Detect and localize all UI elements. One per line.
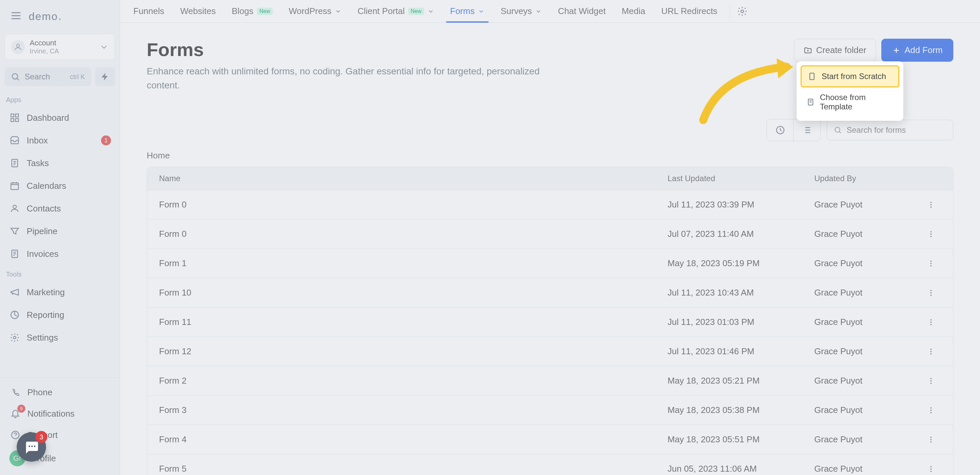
table-row[interactable]: Form 0Jul 11, 2023 03:39 PMGrace Puyot <box>147 190 953 219</box>
svg-point-11 <box>13 336 16 339</box>
row-actions-button[interactable] <box>921 260 941 268</box>
row-actions-button[interactable] <box>921 406 941 414</box>
table-row[interactable]: Form 12Jul 11, 2023 01:46 PMGrace Puyot <box>147 336 953 366</box>
notifications-badge: 9 <box>18 405 25 413</box>
sidebar-item-settings[interactable]: Settings <box>3 327 117 348</box>
sidebar-item-inbox[interactable]: Inbox 1 <box>3 130 117 151</box>
topbar-settings-button[interactable] <box>736 5 749 18</box>
kebab-icon <box>927 465 935 473</box>
search-hint: ctrl K <box>70 73 85 81</box>
svg-rect-5 <box>16 119 19 122</box>
section-tools: Tools <box>0 265 120 281</box>
kebab-icon <box>927 377 935 385</box>
account-label: Account <box>30 39 95 47</box>
svg-point-8 <box>13 205 16 209</box>
search-icon <box>11 72 20 81</box>
sidebar-item-dashboard[interactable]: Dashboard <box>3 107 117 128</box>
account-switcher[interactable]: Account Irvine, CA <box>5 34 115 60</box>
global-search[interactable]: Search ctrl K <box>5 67 91 86</box>
reporting-icon <box>9 309 21 321</box>
row-actions-button[interactable] <box>921 436 941 444</box>
svg-point-17 <box>930 204 932 206</box>
forms-search[interactable] <box>827 120 953 140</box>
tab-forms[interactable]: Forms <box>443 0 492 22</box>
chat-widget-button[interactable]: 3 <box>17 432 46 462</box>
row-actions-button[interactable] <box>921 201 941 209</box>
kebab-icon <box>927 318 935 326</box>
cell-name: Form 4 <box>159 434 668 445</box>
cell-by: Grace Puyot <box>814 199 921 210</box>
plus-icon <box>892 46 900 55</box>
svg-rect-3 <box>16 114 19 117</box>
table-row[interactable]: Form 3May 18, 2023 05:38 PMGrace Puyot <box>147 395 953 425</box>
sidebar-item-calendars[interactable]: Calendars <box>3 175 117 196</box>
sidebar-item-pipeline[interactable]: Pipeline <box>3 220 117 242</box>
settings-icon <box>9 332 21 344</box>
row-actions-button[interactable] <box>921 289 941 297</box>
col-header-by: Updated By <box>814 174 921 183</box>
inbox-icon <box>9 134 21 147</box>
cell-name: Form 12 <box>159 346 668 357</box>
hamburger-menu-icon[interactable] <box>10 9 23 22</box>
table-row[interactable]: Form 11Jul 11, 2023 01:03 PMGrace Puyot <box>147 307 953 336</box>
col-header-updated: Last Updated <box>668 174 814 183</box>
table-row[interactable]: Form 0Jul 07, 2023 11:40 AMGrace Puyot <box>147 219 953 249</box>
table-row[interactable]: Form 4May 18, 2023 05:51 PMGrace Puyot <box>147 425 953 454</box>
tab-chat-widget[interactable]: Chat Widget <box>550 0 613 22</box>
svg-point-36 <box>930 383 932 384</box>
row-actions-button[interactable] <box>921 318 941 326</box>
svg-point-38 <box>930 410 932 411</box>
table-row[interactable]: Form 5Jun 05, 2023 11:06 AMGrace Puyot <box>147 454 953 475</box>
cell-updated: Jun 05, 2023 11:06 AM <box>668 464 814 474</box>
svg-point-16 <box>930 202 932 203</box>
tab-surveys[interactable]: Surveys <box>493 0 549 22</box>
chevron-down-icon <box>99 42 109 52</box>
tab-url-redirects[interactable]: URL Redirects <box>654 0 725 22</box>
sidebar-item-reporting[interactable]: Reporting <box>3 304 117 325</box>
gear-icon <box>737 6 748 17</box>
phone-icon <box>10 386 21 398</box>
sidebar-item-invoices[interactable]: Invoices <box>3 243 117 265</box>
quick-actions-button[interactable] <box>95 67 115 86</box>
cell-name: Form 10 <box>159 287 668 298</box>
sidebar-item-notifications[interactable]: 9 Notifications <box>0 403 120 424</box>
sidebar-item-phone[interactable]: Phone <box>0 382 120 403</box>
row-actions-button[interactable] <box>921 465 941 473</box>
dropdown-choose-template[interactable]: Choose from Template <box>800 88 899 117</box>
forms-search-input[interactable] <box>846 126 946 135</box>
tab-client-portal[interactable]: Client PortalNew <box>350 0 441 22</box>
svg-point-44 <box>930 468 932 470</box>
add-form-button[interactable]: Add Form <box>881 39 953 62</box>
svg-point-26 <box>930 292 932 293</box>
svg-point-49 <box>31 446 33 447</box>
tab-funnels[interactable]: Funnels <box>126 0 172 22</box>
kebab-icon <box>927 201 935 209</box>
sidebar-item-contacts[interactable]: Contacts <box>3 198 117 219</box>
svg-point-21 <box>930 236 932 237</box>
dropdown-start-from-scratch[interactable]: Start from Scratch <box>800 65 899 88</box>
table-row[interactable]: Form 2May 18, 2023 05:21 PMGrace Puyot <box>147 366 953 395</box>
tab-media[interactable]: Media <box>614 0 652 22</box>
row-actions-button[interactable] <box>921 377 941 385</box>
tab-wordpress[interactable]: WordPress <box>282 0 349 22</box>
svg-point-30 <box>930 324 932 325</box>
new-badge: New <box>408 8 424 15</box>
row-actions-button[interactable] <box>921 230 941 238</box>
sidebar-item-marketing[interactable]: Marketing <box>3 282 117 303</box>
kebab-icon <box>927 230 935 238</box>
section-apps: Apps <box>0 91 120 107</box>
table-row[interactable]: Form 1May 18, 2023 05:19 PMGrace Puyot <box>147 249 953 278</box>
tasks-icon <box>9 157 21 169</box>
sidebar-item-tasks[interactable]: Tasks <box>3 153 117 174</box>
table-row[interactable]: Form 10Jul 11, 2023 10:43 AMGrace Puyot <box>147 278 953 307</box>
tab-websites[interactable]: Websites <box>173 0 223 22</box>
cell-updated: Jul 11, 2023 01:46 PM <box>668 346 814 357</box>
row-actions-button[interactable] <box>921 347 941 355</box>
breadcrumb[interactable]: Home <box>147 150 953 161</box>
svg-point-24 <box>930 265 932 266</box>
svg-point-41 <box>930 439 932 440</box>
divider <box>730 5 730 18</box>
pipeline-icon <box>9 225 21 237</box>
cell-updated: Jul 11, 2023 03:39 PM <box>668 199 814 210</box>
tab-blogs[interactable]: BlogsNew <box>224 0 280 22</box>
